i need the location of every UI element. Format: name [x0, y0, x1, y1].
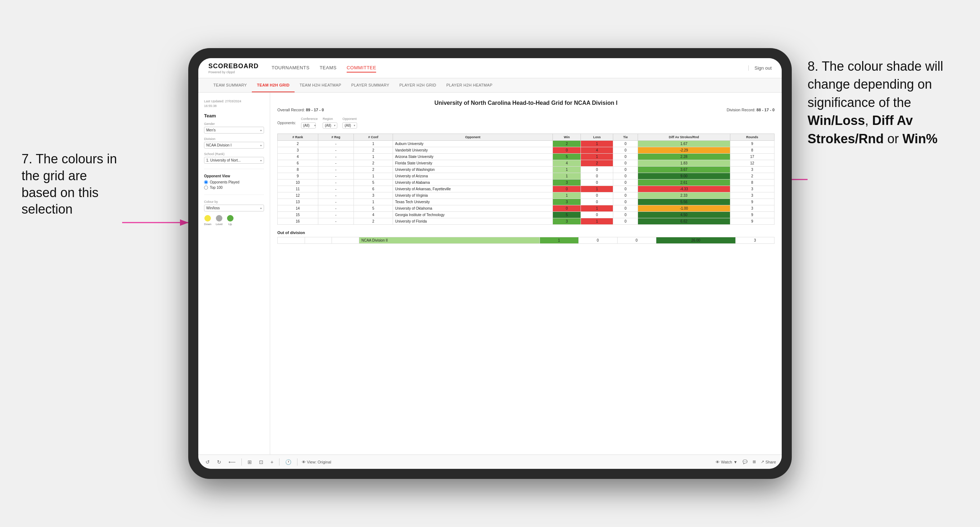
conference-select[interactable]: (All)	[301, 122, 316, 129]
zoom-button[interactable]: ⊞	[246, 459, 253, 466]
table-subtitle: Overall Record: 89 - 17 - 0 Division Rec…	[277, 108, 775, 112]
sub-nav-player-summary[interactable]: PLAYER SUMMARY	[346, 78, 395, 92]
gender-select-wrapper: Men's Women's	[204, 127, 264, 133]
legend-level: Level	[216, 215, 223, 226]
watch-button[interactable]: 👁 Watch ▼	[716, 460, 738, 464]
clock-button[interactable]: 🕐	[284, 459, 293, 466]
col-reg: # Reg	[318, 134, 353, 141]
comment-button[interactable]: 💬	[743, 460, 748, 464]
colour-by-label: Colour by	[204, 200, 264, 203]
school-select-wrapper: 1. University of Nort...	[204, 157, 264, 164]
logo: SCOREBOARD Powered by clippd	[208, 62, 259, 74]
sub-nav-team-h2h-heatmap[interactable]: TEAM H2H HEATMAP	[294, 78, 346, 92]
region-select[interactable]: (All)	[323, 122, 337, 129]
nav-item-committee[interactable]: COMMITTEE	[347, 63, 377, 73]
toolbar-sep1	[242, 459, 242, 466]
gender-select[interactable]: Men's Women's	[204, 127, 264, 133]
ood-rounds: 3	[735, 237, 774, 244]
opponent-view-label: Opponent View	[204, 174, 264, 178]
filter-row: Opponents: Conference (All) Region	[277, 117, 775, 129]
sub-nav-player-h2h-heatmap[interactable]: PLAYER H2H HEATMAP	[441, 78, 497, 92]
bottom-toolbar: ↺ ↻ ⟵ ⊞ ⊡ + 🕐 👁 View: Original 👁 Watch ▼…	[198, 454, 782, 469]
division-select[interactable]: NCAA Division I	[204, 142, 264, 149]
nav-items: TOURNAMENTS TEAMS COMMITTEE	[272, 63, 748, 73]
sidebar: Last Updated: 27/03/2024 16:55:38 Team G…	[198, 93, 270, 454]
table-row: 14 - 5 University of Oklahoma 0 1 0 -1.0…	[278, 205, 775, 212]
table-row: 9 - 1 University of Arizona 1 0 0 9.00 2	[278, 173, 775, 179]
division-label: Division	[204, 137, 264, 141]
ood-loss: 0	[578, 237, 617, 244]
out-of-division-label: Out of division	[277, 230, 775, 235]
down-circle	[204, 215, 211, 222]
col-tie: Tie	[613, 134, 638, 141]
table-row: 16 - 2 University of Florida 3 1 0 6.62 …	[278, 218, 775, 225]
col-rounds: Rounds	[730, 134, 774, 141]
ood-label: NCAA Division II	[359, 237, 539, 244]
school-label: School (Rank)	[204, 152, 264, 156]
table-row: 2 - 1 Auburn University 2 1 0 1.67 9	[278, 141, 775, 147]
fit-button[interactable]: ⊡	[258, 459, 265, 466]
table-row: 3 - 2 Vanderbilt University 0 4 0 -2.29 …	[278, 147, 775, 154]
colour-legend: Down Level Up	[204, 215, 264, 226]
table-row: 11 - 6 University of Arkansas, Fayettevi…	[278, 186, 775, 192]
zoom-in-button[interactable]: +	[269, 459, 275, 466]
col-rank: # Rank	[278, 134, 318, 141]
share-options-button[interactable]: ⊞	[752, 460, 756, 464]
table-row: 8 - 2 University of Washington 1 0 0 3.6…	[278, 167, 775, 173]
redo-button[interactable]: ↻	[216, 459, 223, 466]
nav-bar: SCOREBOARD Powered by clippd TOURNAMENTS…	[198, 58, 782, 78]
table-row: 12 - 3 University of Virginia 1 0 0 2.33…	[278, 192, 775, 199]
nav-item-teams[interactable]: TEAMS	[320, 63, 337, 73]
col-opponent: Opponent	[393, 134, 553, 141]
table-title: University of North Carolina Head-to-Hea…	[277, 100, 775, 106]
sidebar-divider	[204, 169, 264, 169]
out-of-division-row: NCAA Division II 1 0 0 26.00 3	[278, 237, 775, 244]
col-win: Win	[553, 134, 581, 141]
annotation-left: 7. The colours in the grid are based on …	[22, 151, 122, 218]
main-content: Last Updated: 27/03/2024 16:55:38 Team G…	[198, 93, 782, 454]
overall-record: Overall Record: 89 - 17 - 0	[277, 108, 324, 112]
toolbar-sep3	[297, 459, 298, 466]
division-record: Division Record: 88 - 17 - 0	[727, 108, 775, 112]
arrow-left	[122, 212, 194, 233]
ood-win: 1	[539, 237, 578, 244]
level-circle	[216, 215, 223, 222]
sign-out-button[interactable]: Sign out	[748, 65, 772, 71]
filter-region: Region (All)	[323, 117, 337, 129]
sidebar-team-title: Team	[204, 113, 264, 119]
ood-diff: 26.00	[656, 237, 735, 244]
up-circle	[227, 215, 234, 222]
undo-button[interactable]: ↺	[204, 459, 211, 466]
school-select[interactable]: 1. University of Nort...	[204, 157, 264, 164]
col-conf: # Conf	[354, 134, 393, 141]
ood-tie: 0	[617, 237, 656, 244]
legend-down: Down	[204, 215, 211, 226]
back-button[interactable]: ⟵	[227, 459, 237, 466]
annotation-right: 8. The colour shade will change dependin…	[808, 57, 958, 148]
sub-nav-team-h2h-grid[interactable]: TEAM H2H GRID	[252, 78, 294, 92]
sub-nav-team-summary[interactable]: TEAM SUMMARY	[208, 78, 252, 92]
opponent-select[interactable]: (All)	[342, 122, 357, 129]
table-row: 4 - 1 Arizona State University 5 1 0 2.2…	[278, 154, 775, 160]
nav-item-tournaments[interactable]: TOURNAMENTS	[272, 63, 310, 73]
col-loss: Loss	[581, 134, 613, 141]
tablet-screen: SCOREBOARD Powered by clippd TOURNAMENTS…	[198, 58, 782, 469]
radio-opponents-played[interactable]: Opponents Played	[204, 180, 264, 184]
toolbar-actions: 👁 Watch ▼ 💬 ⊞ ↗ Share	[716, 460, 776, 464]
view-label: 👁 View: Original	[302, 460, 331, 464]
sub-nav-player-h2h-grid[interactable]: PLAYER H2H GRID	[395, 78, 442, 92]
last-updated: Last Updated: 27/03/2024 16:55:38	[204, 99, 264, 108]
opponents-label: Opponents:	[277, 121, 296, 125]
division-select-wrapper: NCAA Division I	[204, 142, 264, 149]
table-row: 10 - 5 University of Alabama 3 0 0 2.61 …	[278, 179, 775, 186]
legend-up: Up	[227, 215, 234, 226]
radio-top-100[interactable]: Top 100	[204, 186, 264, 190]
filter-conference: Conference (All)	[301, 117, 318, 129]
logo-text: SCOREBOARD	[208, 62, 259, 70]
table-row: 13 - 1 Texas Tech University 3 0 0 5.56 …	[278, 199, 775, 205]
data-table: # Rank # Reg # Conf Opponent Win Loss Ti…	[277, 133, 775, 225]
share-button[interactable]: ↗ Share	[761, 460, 776, 464]
tablet: SCOREBOARD Powered by clippd TOURNAMENTS…	[188, 48, 792, 479]
colour-by-select[interactable]: Win/loss Diff Av Strokes/Rnd Win%	[204, 205, 264, 211]
sidebar-divider-2	[204, 195, 264, 195]
